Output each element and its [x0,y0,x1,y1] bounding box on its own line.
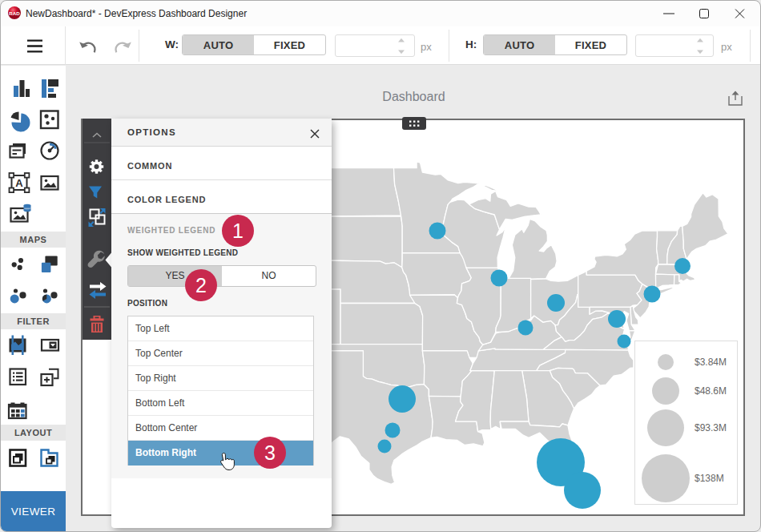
svg-text:A: A [15,177,23,189]
svg-text:RAD: RAD [9,10,20,16]
